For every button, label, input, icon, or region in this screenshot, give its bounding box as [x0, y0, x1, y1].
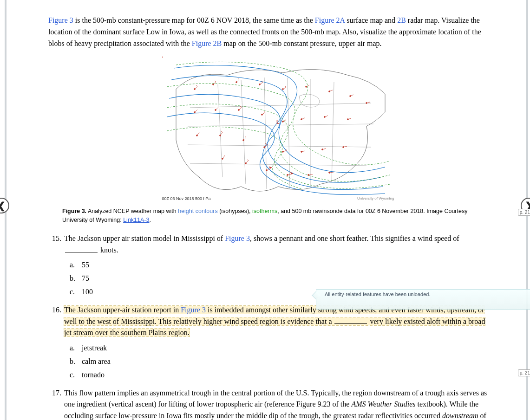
figure-2a-link[interactable]: Figure 2A [315, 16, 345, 24]
figure-3-link[interactable]: Figure 3 [225, 234, 250, 242]
caption-text: (isohypses), [218, 208, 252, 214]
svg-text:L: L [276, 119, 280, 125]
page-number-badge: p. 21 [518, 209, 530, 216]
option-b[interactable]: b.calm area [70, 356, 490, 368]
question-15: 15. The Jackson upper air station model … [48, 233, 490, 298]
option-a[interactable]: a.55 [70, 259, 490, 271]
question-17: 17. This flow pattern implies an asymmet… [48, 388, 490, 420]
caption-text: Analyzed NCEP weather map with [86, 208, 178, 214]
svg-rect-0 [162, 57, 394, 196]
height-contours-term: height contours [178, 208, 217, 214]
caption-text: . [149, 217, 150, 223]
option-c[interactable]: c.tornado [70, 369, 490, 381]
figure-3-container: L 00Z 06 Nov 2018 500 hPa University of … [48, 54, 508, 202]
question-number: 15. [48, 233, 61, 256]
viewport: — 〰 Figure 3 is the 500-mb constant-pres… [0, 0, 530, 420]
option-b[interactable]: b.75 [70, 273, 490, 284]
question-text: This flow pattern implies an asymmetrica… [64, 388, 490, 420]
intro-text: map on the 500-mb constant pressure, upp… [222, 39, 381, 47]
map-credit-label: University of Wyoming [357, 196, 394, 202]
question-number: 16. [48, 304, 61, 339]
tooltip-popup: All entity-related features have been un… [316, 289, 530, 310]
caption-lead: Figure 3. [62, 208, 86, 214]
isotherms-term: isotherms [252, 208, 277, 214]
chevron-left-icon: ❮ [0, 200, 6, 211]
intro-text: is the 500-mb constant-pressure map for … [73, 16, 315, 24]
figure-2b-link[interactable]: Figure 2B [192, 39, 222, 47]
question-number: 17. [48, 388, 61, 420]
question-16-options: a.jetstreak b.calm area c.tornado [70, 342, 490, 381]
document-page: Figure 3 is the 500-mb constant-pressure… [7, 0, 526, 420]
page-number-badge: p. 21 [518, 369, 530, 376]
question-text: The Jackson upper air station model in M… [64, 233, 490, 256]
tooltip-text: All entity-related features have been un… [325, 291, 530, 297]
map-svg: L [162, 57, 394, 196]
book-title: AMS Weather Studies [351, 400, 415, 408]
question-16: 16. The Jackson upper-air station report… [48, 304, 490, 381]
weather-map-image: L [159, 54, 397, 196]
figure-3-link[interactable]: Figure 3 [181, 306, 206, 314]
option-a[interactable]: a.jetstreak [70, 342, 490, 354]
svg-point-1 [162, 57, 163, 58]
intro-text: surface map and [345, 16, 397, 24]
figure-3-caption: Figure 3. Analyzed NCEP weather map with… [48, 207, 490, 225]
figure-3-link[interactable]: Figure 3 [48, 16, 73, 24]
fill-blank [65, 252, 98, 252]
emphasis: downstream [442, 412, 478, 420]
link11a-3[interactable]: Link11A-3 [123, 217, 149, 223]
fill-blank [334, 323, 367, 324]
figure-2b-short-link[interactable]: 2B [397, 16, 406, 24]
highlighted-text: The Jackson upper-air station report in … [64, 306, 485, 337]
intro-paragraph: Figure 3 is the 500-mb constant-pressure… [48, 15, 485, 49]
map-footer: 00Z 06 Nov 2018 500 hPa University of Wy… [162, 196, 394, 202]
map-timestamp-label: 00Z 06 Nov 2018 500 hPa [162, 196, 211, 202]
